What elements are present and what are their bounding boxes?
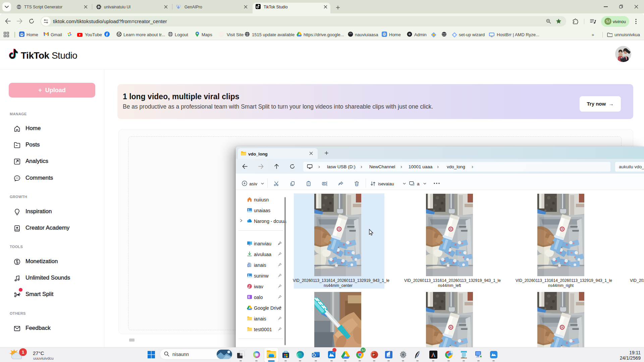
svg-text:P: P [373,353,375,357]
